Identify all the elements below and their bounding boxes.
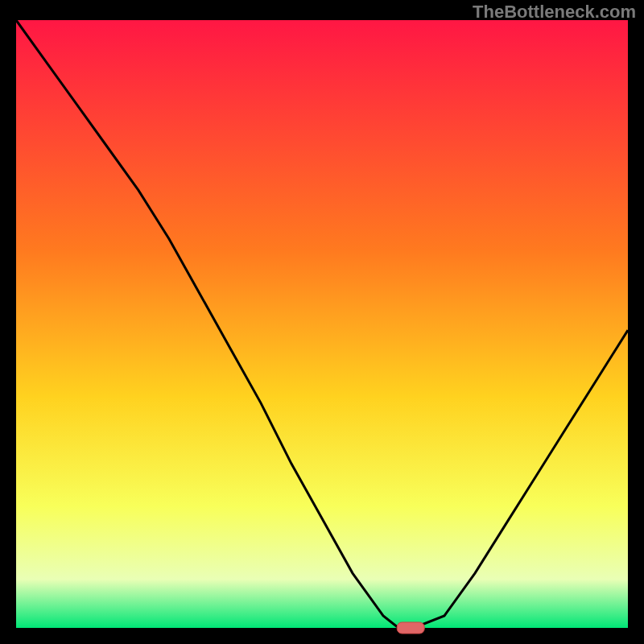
chart-svg	[0, 0, 644, 644]
plot-area	[16, 20, 628, 628]
chart-frame: TheBottleneck.com	[0, 0, 644, 644]
optimal-marker	[397, 622, 424, 634]
watermark-text: TheBottleneck.com	[473, 2, 636, 23]
